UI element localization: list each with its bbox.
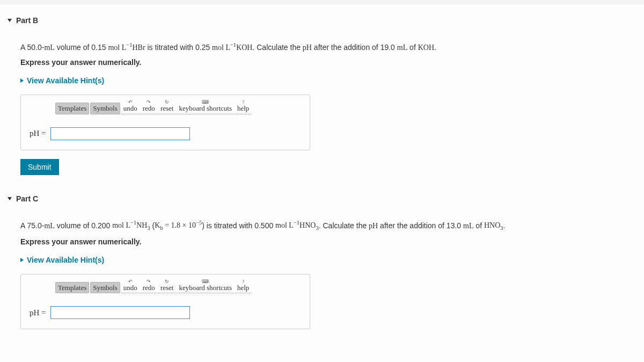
hints-label: View Available Hint(s) (27, 76, 104, 85)
part-b-hints-link[interactable]: View Available Hint(s) (20, 76, 636, 85)
redo-button[interactable]: ↷redo (141, 283, 157, 294)
ph-label: pH = (30, 129, 46, 138)
part-b-content: A 50.0-mL volume of 0.15 mol L−1HBr is t… (8, 41, 636, 186)
redo-button[interactable]: ↷redo (141, 103, 157, 114)
symbols-button[interactable]: Symbols (90, 103, 120, 114)
equation-toolbar: Templates Symbols ↶undo ↷redo ↻reset ⌨ke… (30, 282, 301, 294)
part-c-content: A 75.0-mL volume of 0.200 mol L−1NH3 (Kb… (8, 219, 636, 330)
part-c-answer-box: Templates Symbols ↶undo ↷redo ↻reset ⌨ke… (20, 274, 310, 330)
part-c-title: Part C (16, 194, 38, 203)
part-b-question: A 50.0-mL volume of 0.15 mol L−1HBr is t… (20, 41, 636, 54)
help-label: help (237, 104, 249, 112)
part-b-title: Part B (16, 16, 38, 25)
reset-button[interactable]: ↻reset (158, 103, 176, 114)
part-b-answer-box: Templates Symbols ↶undo ↷redo ↻reset ⌨ke… (20, 95, 310, 150)
undo-label: undo (123, 104, 137, 112)
caret-down-icon (8, 19, 12, 22)
part-c-answer-row: pH = (30, 306, 301, 319)
part-b-answer-input[interactable] (50, 127, 190, 140)
part-c-header[interactable]: Part C (8, 194, 636, 203)
undo-button[interactable]: ↶undo (121, 283, 140, 294)
help-button[interactable]: ?help (235, 103, 251, 114)
reset-label: reset (160, 284, 174, 292)
keyboard-shortcuts-button[interactable]: ⌨keyboard shortcuts (177, 103, 234, 114)
redo-label: redo (143, 104, 155, 112)
symbols-button[interactable]: Symbols (90, 282, 120, 294)
part-b-header[interactable]: Part B (8, 16, 636, 25)
reset-label: reset (160, 104, 174, 112)
ph-label: pH = (30, 308, 46, 317)
caret-right-icon (20, 258, 24, 262)
part-b-answer-row: pH = (30, 127, 301, 140)
undo-label: undo (123, 284, 137, 292)
part-c-question: A 75.0-mL volume of 0.200 mol L−1NH3 (Kb… (20, 219, 636, 233)
keyboard-shortcuts-button[interactable]: ⌨keyboard shortcuts (177, 283, 234, 294)
part-c-section: Part C A 75.0-mL volume of 0.200 mol L−1… (0, 191, 644, 344)
caret-down-icon (8, 197, 12, 200)
templates-button[interactable]: Templates (55, 103, 89, 114)
keyboard-shortcuts-label: keyboard shortcuts (179, 104, 232, 112)
help-button[interactable]: ?help (235, 283, 251, 294)
part-b-section: Part B A 50.0-mL volume of 0.15 mol L−1H… (0, 4, 644, 191)
help-label: help (237, 284, 249, 292)
caret-right-icon (20, 78, 24, 83)
part-b-submit-button[interactable]: Submit (20, 159, 59, 175)
hints-label: View Available Hint(s) (27, 256, 104, 264)
redo-label: redo (143, 284, 155, 292)
keyboard-shortcuts-label: keyboard shortcuts (179, 284, 232, 292)
part-c-express: Express your answer numerically. (20, 237, 636, 246)
part-b-express: Express your answer numerically. (20, 58, 636, 67)
part-c-hints-link[interactable]: View Available Hint(s) (20, 256, 636, 264)
undo-button[interactable]: ↶undo (121, 103, 140, 114)
top-strip (0, 0, 644, 4)
reset-button[interactable]: ↻reset (158, 283, 176, 294)
equation-toolbar: Templates Symbols ↶undo ↷redo ↻reset ⌨ke… (30, 103, 301, 114)
templates-button[interactable]: Templates (55, 282, 89, 294)
part-c-answer-input[interactable] (50, 306, 190, 319)
